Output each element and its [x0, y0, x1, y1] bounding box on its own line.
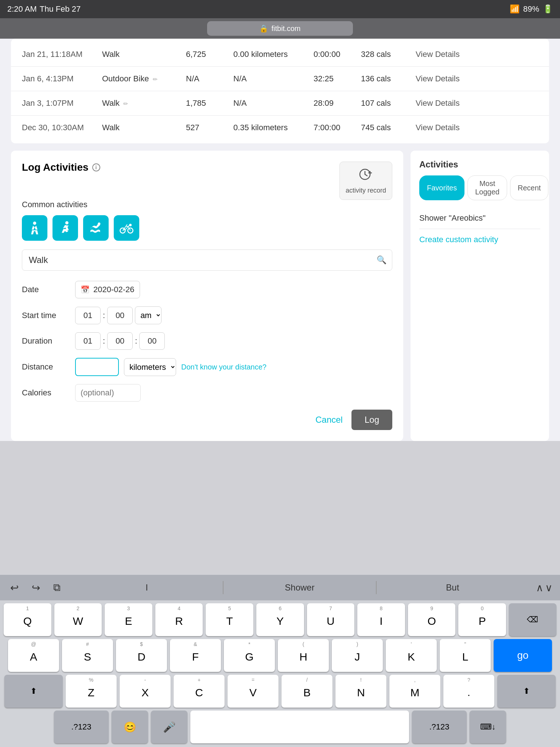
table-row: Jan 6, 4:13PM Outdoor Bike ✏ N/A N/A 32:… [11, 67, 549, 91]
undo-button[interactable]: ↩ [7, 580, 22, 595]
create-custom-activity-link[interactable]: Create custom activity [419, 229, 540, 244]
key-k[interactable]: 'K [386, 639, 437, 672]
tab-most-logged[interactable]: Most Logged [467, 175, 507, 200]
status-left: 2:20 AM Thu Feb 27 [7, 4, 81, 14]
key-s[interactable]: #S [62, 639, 113, 672]
key-z[interactable]: %Z [66, 675, 117, 708]
url-bar[interactable]: 🔒 fitbit.com [207, 21, 353, 36]
key-x[interactable]: -X [120, 675, 171, 708]
activity-record-button[interactable]: activity record [339, 162, 392, 200]
log-activities-card: Log Activities i activity [11, 151, 403, 441]
key-n[interactable]: !N [335, 675, 386, 708]
search-input[interactable] [22, 249, 392, 271]
walk-activity-icon[interactable] [22, 215, 47, 241]
date-label: Date [22, 285, 69, 294]
info-icon[interactable]: i [92, 163, 100, 171]
duration-hr[interactable] [75, 332, 101, 350]
unit-select[interactable]: kilometers miles [124, 358, 176, 376]
row-time: 7:00:00 [314, 123, 361, 132]
start-time-min[interactable] [107, 307, 133, 324]
row-calories: 745 cals [361, 123, 416, 132]
run-activity-icon[interactable] [52, 215, 78, 241]
key-v[interactable]: =V [228, 675, 279, 708]
key-q[interactable]: 1Q [4, 603, 51, 636]
time: 2:20 AM [7, 4, 37, 14]
key-u[interactable]: 7U [307, 603, 355, 636]
suggestion-1[interactable]: I [71, 581, 223, 594]
nav-up-button[interactable]: ∧ [536, 582, 544, 594]
suggestion-2[interactable]: Shower [223, 581, 376, 594]
activities-tabs: Favorites Most Logged Recent [419, 175, 540, 200]
key-row-3: ⬆ %Z -X +C =V /B !N ,M ?. ⬆ [4, 675, 556, 708]
keyboard-dismiss-key[interactable]: ⌨↓ [470, 711, 506, 743]
distance-row: Distance kilometers miles Don't know you… [22, 358, 392, 376]
symbols-key[interactable]: .?123 [54, 711, 109, 743]
wifi-icon: 📶 [510, 4, 520, 14]
space-key[interactable] [190, 711, 409, 743]
activity-table-section: Jan 21, 11:18AM Walk 6,725 0.00 kilomete… [11, 39, 549, 143]
key-h[interactable]: (H [278, 639, 329, 672]
nav-down-button[interactable]: ∨ [545, 582, 553, 594]
tab-recent[interactable]: Recent [510, 175, 548, 200]
redo-button[interactable]: ↪ [29, 580, 43, 595]
row-activity: Walk [102, 50, 186, 59]
key-b[interactable]: /B [281, 675, 332, 708]
symbols-key-2[interactable]: .?123 [412, 711, 467, 743]
search-icon: 🔍 [377, 255, 386, 265]
key-m[interactable]: ,M [389, 675, 440, 708]
emoji-key[interactable]: 😊 [112, 711, 148, 743]
bike-activity-icon[interactable] [114, 215, 139, 241]
key-j[interactable]: )J [332, 639, 383, 672]
table-row: Jan 3, 1:07PM Walk ✏ 1,785 N/A 28:09 107… [11, 91, 549, 116]
view-details-link[interactable]: View Details [416, 74, 460, 84]
view-details-link[interactable]: View Details [416, 98, 460, 108]
date-input[interactable]: 📅 2020-02-26 [75, 281, 140, 298]
key-d[interactable]: $D [116, 639, 167, 672]
row-time: 0:00:00 [314, 50, 361, 59]
battery-percent: 89% [523, 4, 539, 14]
date-value: 2020-02-26 [93, 285, 135, 294]
shift-key-right[interactable]: ⬆ [497, 675, 556, 708]
delete-key[interactable]: ⌫ [509, 603, 556, 636]
cancel-button[interactable]: Cancel [315, 415, 343, 425]
start-time-hour[interactable] [75, 307, 101, 324]
svg-point-5 [33, 221, 36, 225]
view-details-link[interactable]: View Details [416, 50, 460, 59]
dont-know-distance-link[interactable]: Don't know your distance? [181, 363, 267, 371]
battery-icon: 🔋 [543, 4, 553, 14]
key-c[interactable]: +C [174, 675, 225, 708]
mic-key[interactable]: 🎤 [151, 711, 187, 743]
copy-button[interactable]: ⧉ [50, 580, 63, 595]
key-w[interactable]: 2W [54, 603, 102, 636]
log-button[interactable]: Log [351, 410, 392, 430]
swim-activity-icon[interactable] [83, 215, 109, 241]
view-details-link[interactable]: View Details [416, 123, 460, 132]
key-r[interactable]: 4R [155, 603, 203, 636]
search-input-wrapper: 🔍 [22, 249, 392, 271]
shift-key[interactable]: ⬆ [4, 675, 63, 708]
key-l[interactable]: "L [440, 639, 491, 672]
key-t[interactable]: 5T [206, 603, 253, 636]
duration-min[interactable] [107, 332, 133, 350]
key-p[interactable]: 0P [458, 603, 506, 636]
key-f[interactable]: &F [170, 639, 221, 672]
go-key[interactable]: go [494, 639, 552, 672]
key-e[interactable]: 3E [105, 603, 152, 636]
key-g[interactable]: *G [224, 639, 275, 672]
key-a[interactable]: @A [8, 639, 59, 672]
calories-input[interactable] [75, 384, 141, 402]
key-o[interactable]: 9O [408, 603, 456, 636]
key-i[interactable]: 8I [357, 603, 405, 636]
url-text: fitbit.com [271, 24, 300, 33]
suggestion-3[interactable]: But [376, 581, 529, 594]
duration-sec[interactable] [139, 332, 165, 350]
edit-icon: ✏ [153, 76, 158, 82]
key-period[interactable]: ?. [443, 675, 494, 708]
key-row-1: 1Q 2W 3E 4R 5T 6Y 7U 8I 9O 0P ⌫ [4, 603, 556, 636]
row-steps: 527 [186, 123, 233, 132]
tab-favorites[interactable]: Favorites [419, 175, 464, 200]
row-time: 28:09 [314, 98, 361, 108]
start-time-ampm[interactable]: am pm [135, 306, 162, 324]
distance-input[interactable] [75, 358, 119, 376]
key-y[interactable]: 6Y [256, 603, 304, 636]
